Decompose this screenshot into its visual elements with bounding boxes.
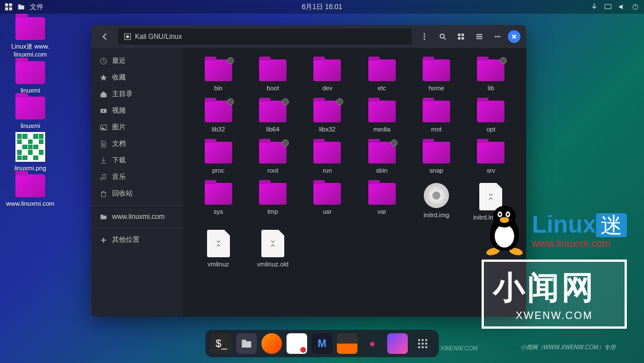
svg-rect-15 [462, 37, 464, 39]
folder-icon [423, 142, 450, 163]
file-item[interactable]: var [356, 181, 408, 223]
file-item[interactable]: usr [301, 181, 353, 223]
file-item[interactable]: home [410, 57, 462, 94]
symlink-badge [391, 139, 397, 146]
file-item[interactable]: libx32 [301, 98, 353, 135]
file-item[interactable]: mnt [410, 98, 462, 135]
sidebar-item-image[interactable]: 图片 [92, 119, 183, 135]
path-bar[interactable]: Kali GNU/Linux [118, 29, 412, 45]
sidebar-item-clock[interactable]: 最近 [92, 53, 183, 69]
folder-icon [205, 183, 232, 205]
file-label: run [304, 167, 351, 174]
dock-terminal[interactable]: $_ [211, 333, 232, 354]
sidebar-item-download[interactable]: 下载 [92, 152, 183, 169]
file-item[interactable]: lib64 [247, 98, 299, 135]
file-item[interactable]: root [247, 139, 299, 176]
watermark-side: XWENW.COM [440, 345, 478, 352]
files-app-icon [17, 3, 25, 11]
file-item[interactable]: bin [192, 57, 244, 94]
dock-metasploit[interactable]: M [312, 333, 332, 354]
svg-rect-17 [476, 36, 483, 37]
svg-point-33 [422, 346, 424, 348]
svg-point-26 [418, 339, 420, 341]
file-label: proc [194, 167, 242, 174]
file-item[interactable]: lib [465, 57, 517, 94]
dock-files[interactable] [236, 333, 257, 354]
activities-icon[interactable] [5, 3, 13, 11]
folder-icon [313, 183, 341, 205]
file-item[interactable]: lib32 [192, 98, 244, 135]
sidebar-item-music[interactable]: 音乐 [92, 169, 183, 185]
file-label: bin [194, 85, 242, 91]
svg-rect-14 [458, 37, 460, 39]
sidebar: 最近收藏主目录视频图片文档下载音乐回收站www.linuxmi.com其他位置 [92, 48, 183, 317]
file-label: libx32 [304, 126, 351, 133]
sidebar-item-folder[interactable]: www.linuxmi.com [92, 209, 183, 224]
volume-icon[interactable] [618, 3, 626, 11]
clock[interactable]: 6月1日 16:01 [302, 2, 343, 12]
desktop-icon[interactable]: linuxmi [5, 97, 56, 130]
dock-firefox[interactable] [261, 333, 282, 354]
file-label: boot [249, 85, 296, 91]
app-name[interactable]: 文件 [30, 2, 43, 12]
dock-app[interactable] [387, 333, 408, 354]
folder-icon [477, 142, 504, 163]
folder-icon [313, 142, 341, 163]
file-item[interactable]: vmlinuz [192, 228, 244, 270]
symlink-badge [500, 57, 507, 64]
file-item[interactable]: sys [192, 181, 244, 223]
folder-icon [368, 101, 396, 122]
sidebar-item-doc[interactable]: 文档 [92, 135, 183, 152]
menu-button[interactable] [416, 29, 432, 45]
file-item[interactable]: tmp [247, 181, 299, 223]
file-item[interactable]: boot [247, 57, 299, 94]
symlink-badge [227, 98, 234, 105]
input-icon[interactable] [590, 3, 598, 11]
file-item[interactable]: etc [356, 57, 408, 94]
hamburger-button[interactable] [490, 29, 506, 45]
file-grid-area[interactable]: binbootdevetchomeliblib32lib64libx32medi… [183, 48, 526, 317]
file-item[interactable]: initrd.img.old [465, 181, 517, 223]
sidebar-item-home[interactable]: 主目录 [92, 86, 183, 102]
desktop-icon[interactable]: www.linuxmi.com [5, 174, 56, 208]
desktop-icon[interactable]: Linux迷 www. linuxmi.com [5, 17, 56, 59]
view-list-button[interactable] [471, 29, 487, 45]
dock-editor[interactable] [287, 333, 307, 354]
file-item[interactable]: proc [192, 139, 244, 176]
file-label: var [358, 208, 406, 215]
dock-cherry[interactable]: ● [362, 333, 383, 354]
back-button[interactable] [97, 29, 113, 45]
file-item[interactable]: snap [410, 139, 462, 176]
close-button[interactable] [508, 30, 520, 43]
svg-rect-18 [476, 38, 483, 39]
sidebar-item-trash[interactable]: 回收站 [92, 185, 183, 202]
file-item[interactable]: initrd.img [410, 181, 462, 223]
svg-point-28 [425, 339, 427, 341]
dock-burp[interactable] [337, 333, 357, 354]
file-item[interactable]: opt [465, 98, 517, 135]
svg-rect-13 [462, 34, 464, 36]
screen-icon[interactable] [604, 3, 612, 11]
file-label: home [412, 85, 460, 91]
sidebar-item-plus[interactable]: 其他位置 [92, 232, 183, 248]
file-item[interactable]: dev [301, 57, 353, 94]
view-grid-button[interactable] [453, 29, 469, 45]
symlink-badge [227, 57, 234, 64]
svg-point-25 [102, 126, 103, 127]
sidebar-item-video[interactable]: 视频 [92, 102, 183, 119]
file-item[interactable]: sbin [356, 139, 408, 176]
file-label: dev [304, 85, 351, 91]
file-item[interactable]: media [356, 98, 408, 135]
file-label: mnt [412, 126, 460, 133]
desktop-icon[interactable]: linuxmi.png [5, 132, 56, 172]
sidebar-item-star[interactable]: 收藏 [92, 69, 183, 86]
desktop-icon[interactable]: linuxmi [5, 61, 56, 94]
dock-apps-grid[interactable] [412, 333, 433, 354]
file-item[interactable]: run [301, 139, 353, 176]
svg-point-11 [440, 34, 444, 38]
power-icon[interactable] [631, 3, 639, 11]
symlink-badge [336, 98, 343, 105]
file-item[interactable]: vmlinuz.old [247, 228, 299, 270]
search-button[interactable] [435, 29, 451, 45]
file-item[interactable]: srv [465, 139, 517, 176]
